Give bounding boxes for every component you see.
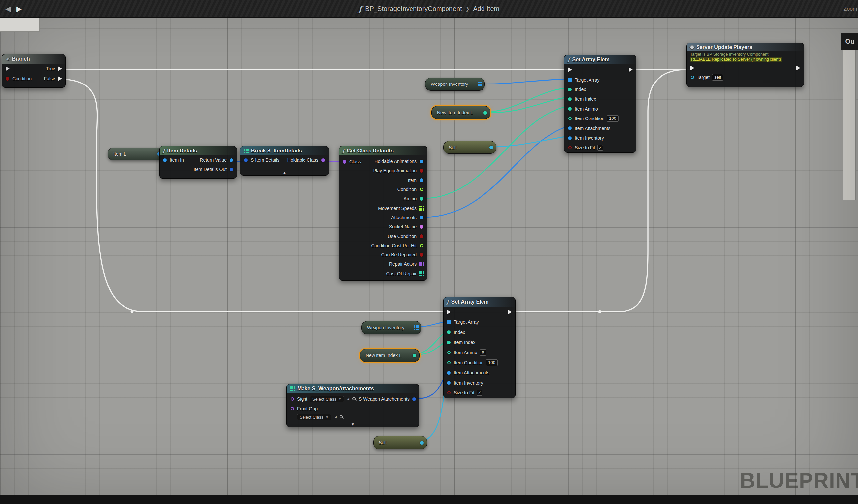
variable-get-self-1[interactable]: Self	[443, 141, 496, 154]
exec-out-pin[interactable]	[628, 67, 633, 72]
array-pin-movement-speeds[interactable]	[419, 206, 424, 211]
collapse-arrow-icon[interactable]: ▲	[283, 170, 287, 175]
s-item-details-pin[interactable]	[243, 158, 248, 163]
node-item-details[interactable]: ƒItem Details Item In Return Value Item …	[159, 146, 237, 179]
pin-value-input[interactable]: 100	[607, 115, 619, 122]
node-branch[interactable]: <Branch True Condition False	[2, 54, 66, 88]
array-output-pin[interactable]	[477, 82, 482, 87]
array-pin-target-array[interactable]	[567, 77, 572, 82]
pin-ammo[interactable]	[419, 196, 424, 201]
output-pin[interactable]	[489, 145, 494, 150]
output-pin[interactable]	[419, 440, 424, 445]
pin-item-inventory[interactable]	[446, 380, 451, 385]
item-in-pin[interactable]	[162, 158, 168, 163]
pin-label: Target Array	[575, 77, 600, 82]
use-asset-icon[interactable]: ◄	[334, 415, 337, 419]
size-to-fit-checkbox[interactable]: ✓	[477, 390, 482, 396]
array-output-pin[interactable]	[414, 325, 419, 330]
pin-condition[interactable]	[419, 187, 424, 192]
node-get-class-defaults[interactable]: ƒGet Class Defaults Class Holdable Anima…	[339, 146, 427, 280]
node-break-s-itemdetails[interactable]: Break S_ItemDetails S Item Details Holda…	[240, 146, 329, 176]
exec-in-pin[interactable]	[5, 66, 10, 71]
side-panel-strip[interactable]	[843, 49, 856, 200]
node-server-update-players[interactable]: Server Update Players Target is BP Stora…	[686, 43, 804, 87]
output-pin[interactable]	[412, 353, 417, 358]
pin-item-index[interactable]	[446, 340, 451, 345]
variable-get-weapon-inventory-1[interactable]: Weapon Inventory	[425, 78, 485, 91]
target-pin[interactable]	[689, 75, 695, 80]
class-pin[interactable]	[342, 159, 347, 164]
exec-in-pin[interactable]	[446, 310, 451, 314]
size-to-fit-checkbox[interactable]: ✓	[598, 145, 603, 150]
node-set-array-elem-2[interactable]: ƒSet Array Elem Target ArrayIndexItem In…	[443, 297, 515, 399]
browse-icon[interactable]	[352, 397, 356, 401]
pin-item-ammo[interactable]	[446, 350, 451, 355]
pin-can-be-repaired[interactable]	[419, 253, 424, 258]
pin-label: Item Condition	[575, 116, 604, 121]
sight-pin[interactable]	[290, 397, 295, 402]
struct-icon	[244, 148, 249, 153]
pin-item-inventory[interactable]	[567, 136, 572, 141]
pin-condition-cost-per-hit[interactable]	[419, 243, 424, 248]
item-details-out-pin[interactable]	[229, 167, 234, 172]
variable-get-new-item-index-l-1[interactable]: New Item Index L	[431, 106, 490, 119]
breadcrumb-title[interactable]: BP_StorageInventoryComponent	[365, 5, 462, 13]
sight-class-dropdown[interactable]: Select Class▼	[310, 396, 344, 402]
struct-wire	[417, 372, 446, 399]
s-weapon-attachements-pin[interactable]	[412, 397, 417, 402]
expand-arrow-icon[interactable]: ▼	[351, 422, 355, 427]
breadcrumb-subtitle[interactable]: Add Item	[473, 5, 499, 13]
reroute-node[interactable]	[131, 310, 134, 313]
variable-get-item-l[interactable]: Item L	[108, 148, 164, 160]
pin-item-condition[interactable]	[446, 360, 451, 365]
output-pin[interactable]	[483, 110, 488, 115]
pin-row: Index	[565, 84, 636, 94]
exec-out-pin[interactable]	[507, 310, 512, 314]
variable-get-weapon-inventory-2[interactable]: Weapon Inventory	[361, 321, 422, 334]
pin-label: Play Equip Animation	[373, 168, 417, 173]
front-grip-class-dropdown[interactable]: Select Class▼	[297, 414, 331, 420]
array-pin-cost-of-repair[interactable]	[419, 271, 424, 276]
pin-value-input[interactable]: 0	[479, 349, 487, 356]
pin-index[interactable]	[446, 330, 451, 335]
exec-true-pin[interactable]	[58, 66, 62, 71]
pin-item-index[interactable]	[567, 97, 572, 102]
target-value-input[interactable]: self	[712, 74, 723, 81]
exec-in-pin[interactable]	[689, 66, 695, 71]
outputs-panel-tab[interactable]: Ou	[841, 33, 858, 50]
pin-item-condition[interactable]	[567, 116, 572, 121]
exec-in-pin[interactable]	[567, 67, 572, 72]
pin-size-to-fit[interactable]	[567, 145, 572, 150]
pin-socket-name[interactable]	[419, 225, 424, 229]
exec-out-pin[interactable]	[796, 66, 800, 71]
pin-label: Target Array	[454, 320, 478, 325]
pin-index[interactable]	[567, 87, 572, 92]
variable-get-new-item-index-l-2[interactable]: New Item Index L	[360, 349, 420, 362]
node-make-s-weaponattachements[interactable]: Make S_WeaponAttachements Sight Select C…	[286, 384, 419, 427]
use-asset-icon[interactable]: ◄	[347, 397, 350, 401]
array-pin-target-array[interactable]	[446, 320, 451, 325]
front-grip-pin[interactable]	[290, 406, 295, 411]
pin-use-condition[interactable]	[419, 234, 424, 239]
pin-row: Cost Of Repair	[339, 269, 427, 278]
pin-attachments[interactable]	[419, 215, 424, 220]
exec-false-pin[interactable]	[58, 76, 62, 81]
reroute-node[interactable]	[599, 310, 601, 313]
variable-get-self-2[interactable]: Self	[373, 436, 427, 449]
node-set-array-elem-1[interactable]: ƒSet Array Elem Target ArrayIndexItem In…	[564, 55, 636, 153]
pin-size-to-fit[interactable]	[446, 390, 451, 395]
pin-holdable-animations[interactable]	[419, 159, 424, 164]
browse-icon[interactable]	[339, 415, 344, 419]
pin-item[interactable]	[419, 178, 424, 182]
pin-value-input[interactable]: 100	[486, 359, 498, 366]
node-title: Make S_WeaponAttachements	[297, 386, 374, 392]
pin-play-equip-animation[interactable]	[419, 168, 424, 173]
holdable-class-pin[interactable]	[321, 158, 325, 163]
return-value-pin[interactable]	[229, 158, 234, 163]
pin-item-attachments[interactable]	[446, 370, 451, 375]
array-pin-repair-actors[interactable]	[419, 262, 424, 267]
pin-item-ammo[interactable]	[567, 106, 572, 111]
cyan-wire	[486, 136, 567, 147]
pin-item-attachments[interactable]	[567, 126, 572, 131]
condition-pin[interactable]	[5, 76, 10, 81]
